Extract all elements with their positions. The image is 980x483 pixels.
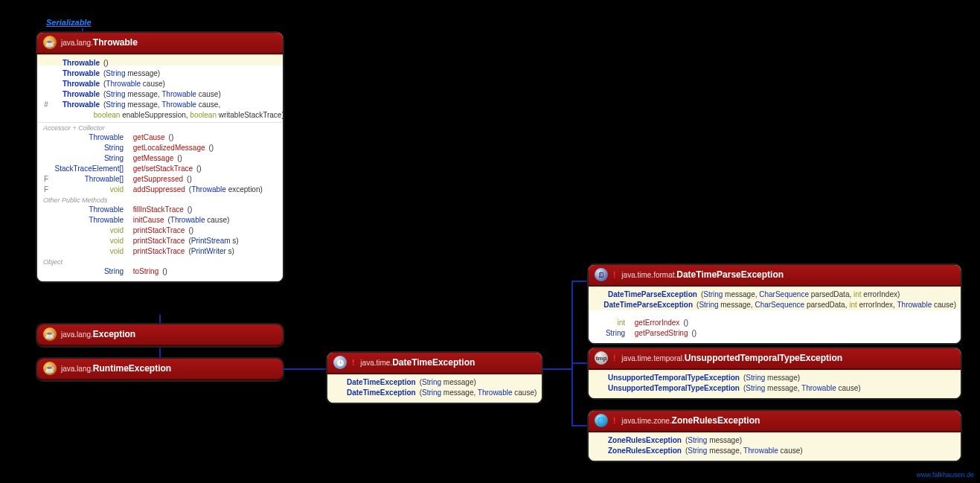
- members: DateTimeParseException (String message, …: [589, 287, 961, 343]
- method-row: String getLocalizedMessage (): [42, 143, 278, 153]
- clock-icon: 🕒: [333, 356, 347, 369]
- class-unsupported-temporal-type-exception: tmp! java.time.temporal.UnsupportedTempo…: [589, 348, 961, 398]
- connector: [159, 346, 161, 359]
- method-row: void printStackTrace (): [42, 225, 278, 236]
- class-header: tmp! java.time.temporal.UnsupportedTempo…: [589, 348, 961, 370]
- method-row: FThrowable[] getSuppressed (): [42, 174, 278, 185]
- constructor-row: DateTimeParseException (String message, …: [593, 290, 956, 300]
- method-row: StackTraceElement[] get/setStackTrace (): [42, 164, 278, 174]
- class-name: RuntimeException: [93, 363, 171, 374]
- package-label: java.time.temporal.: [621, 354, 684, 362]
- package-label: java.lang.: [61, 365, 93, 373]
- footer-link[interactable]: www.falkhausen.de: [916, 471, 974, 479]
- method-row: void printStackTrace (PrintWriter s): [42, 246, 278, 257]
- java-cup-icon: ☕: [43, 327, 57, 341]
- constructor-row-cont: Throwable boolean enableSuppression, boo…: [42, 110, 278, 121]
- constructor-row: #Throwable (String message, Throwable ca…: [42, 100, 278, 110]
- constructor-row: DateTimeParseException (String message, …: [593, 300, 956, 310]
- class-name: UnsupportedTemporalTypeException: [685, 353, 842, 363]
- class-header: ☕ java.lang.RuntimeException: [37, 359, 283, 380]
- constructor-row: UnsupportedTemporalTypeException (String…: [593, 383, 956, 394]
- connector: [283, 368, 327, 370]
- method-row: Throwable getCause (): [42, 132, 278, 143]
- class-header: 🕒! java.time.DateTimeException: [327, 353, 542, 374]
- pipe-icon: !: [613, 354, 615, 362]
- section-label: Accessor + Collector: [43, 124, 278, 132]
- members: DateTimeException (String message)DateTi…: [327, 374, 542, 403]
- connector: [542, 368, 573, 370]
- connector: [571, 425, 589, 426]
- pipe-icon: !: [352, 359, 354, 367]
- package-label: java.time.zone.: [621, 417, 671, 425]
- class-name: DateTimeException: [392, 357, 475, 368]
- constructor-row: UnsupportedTemporalTypeException (String…: [593, 373, 956, 383]
- package-label: java.lang.: [61, 330, 93, 339]
- class-datetime-exception: 🕒! java.time.DateTimeException DateTimeE…: [327, 353, 542, 403]
- class-name: DateTimeParseException: [676, 269, 784, 280]
- method-row: Throwable fillInStackTrace (): [42, 205, 278, 215]
- constructor-row: DateTimeException (String message, Throw…: [332, 388, 537, 398]
- pipe-icon: !: [613, 271, 615, 279]
- constructor-row: Throwable (Throwable cause): [42, 79, 278, 89]
- class-header: 🌐! java.time.zone.ZoneRulesException: [589, 411, 961, 432]
- members: UnsupportedTemporalTypeException (String…: [589, 370, 961, 398]
- class-header: ☕ java.lang.Throwable: [37, 33, 283, 54]
- method-row: int getErrorIndex (): [593, 318, 956, 328]
- interface-link-serializable[interactable]: Serializable: [46, 18, 92, 27]
- class-name: Exception: [93, 329, 135, 339]
- package-label: java.lang.: [61, 39, 93, 47]
- constructor-row: DateTimeException (String message): [332, 377, 537, 388]
- constructor-row: Throwable (): [42, 58, 278, 68]
- method-row: String toString (): [42, 266, 278, 277]
- class-runtime-exception: ☕ java.lang.RuntimeException: [37, 359, 283, 380]
- constructor-row: ZoneRulesException (String message, Thro…: [593, 446, 956, 456]
- class-header: 🗓! java.time.format.DateTimeParseExcepti…: [589, 265, 961, 287]
- package-label: java.time.format.: [621, 271, 676, 279]
- class-header: ☕ java.lang.Exception: [37, 324, 283, 346]
- zone-icon: 🌐: [595, 414, 608, 427]
- temporal-icon: tmp: [595, 351, 608, 365]
- constructor-row: Throwable (String message): [42, 68, 278, 79]
- class-throwable: ☕ java.lang.Throwable Throwable ()Throwa…: [37, 33, 283, 281]
- footer-link-label: www.falkhausen.de: [916, 471, 974, 479]
- format-icon: 🗓: [595, 268, 608, 281]
- connector: [571, 281, 589, 282]
- class-datetime-parse-exception: 🗓! java.time.format.DateTimeParseExcepti…: [589, 265, 961, 343]
- method-row: String getMessage (): [42, 153, 278, 164]
- pipe-icon: !: [613, 417, 615, 425]
- constructor-row: Throwable (String message, Throwable cau…: [42, 89, 278, 100]
- connector: [571, 281, 573, 426]
- method-row: String getParsedString (): [593, 328, 956, 339]
- class-exception: ☕ java.lang.Exception: [37, 324, 283, 346]
- package-label: java.time.: [360, 359, 392, 367]
- interface-link-label: Serializable: [46, 18, 92, 27]
- method-row: Throwable initCause (Throwable cause): [42, 215, 278, 225]
- class-name: Throwable: [93, 37, 138, 48]
- members: ZoneRulesException (String message)ZoneR…: [589, 432, 961, 461]
- java-cup-icon: ☕: [43, 362, 57, 375]
- constructor-row: ZoneRulesException (String message): [593, 435, 956, 446]
- class-name: ZoneRulesException: [672, 415, 760, 426]
- method-row: Fvoid addSuppressed (Throwable exception…: [42, 185, 278, 195]
- java-cup-icon: ☕: [43, 36, 57, 49]
- connector: [571, 362, 589, 364]
- section-label: Other Public Methods: [43, 196, 278, 204]
- members: Throwable ()Throwable (String message)Th…: [37, 54, 283, 281]
- section-label: Object: [43, 258, 278, 266]
- method-row: void printStackTrace (PrintStream s): [42, 236, 278, 246]
- connector: [159, 315, 161, 325]
- class-zone-rules-exception: 🌐! java.time.zone.ZoneRulesException Zon…: [589, 411, 961, 461]
